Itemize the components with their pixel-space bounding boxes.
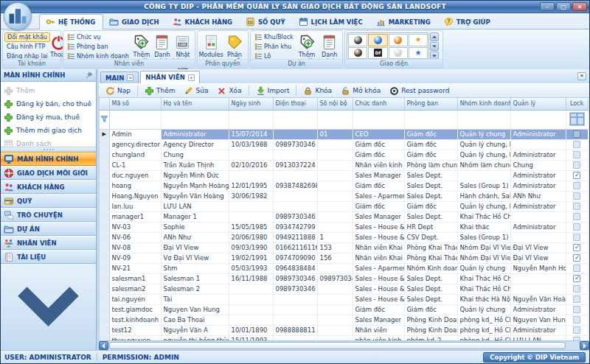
lock-checkbox[interactable] — [573, 244, 580, 251]
cell[interactable]: nhân viên kinh ... — [353, 335, 404, 340]
cell[interactable]: 30/06/1982 — [229, 191, 273, 201]
cell[interactable]: hoang — [109, 181, 161, 191]
cell[interactable]: Quản lý chung — [457, 304, 510, 315]
lock-checkbox[interactable] — [573, 316, 580, 323]
cell[interactable]: 0989730346 — [273, 284, 317, 294]
cell[interactable]: Trần Xuân Thịnh — [161, 160, 229, 170]
cell[interactable]: Sales Manager — [353, 315, 404, 325]
cell[interactable]: Nhóm Kinh doanh — [404, 263, 457, 273]
cell[interactable]: test.giamdoc — [109, 304, 161, 315]
cell[interactable]: tai.nguyen — [109, 294, 161, 304]
column-header-6[interactable]: Phòng ban — [404, 98, 457, 110]
theme-blue-swatch[interactable] — [368, 34, 387, 46]
cell[interactable] — [273, 150, 317, 160]
ribbon-tab-marketing[interactable]: MARKETING — [370, 15, 438, 29]
cell[interactable] — [273, 201, 317, 211]
modules-button[interactable]: Modules — [199, 32, 223, 59]
lock-checkbox[interactable] — [573, 151, 580, 158]
cell[interactable]: Sales Dept. — [404, 170, 457, 181]
cell[interactable]: Đại Vĩ View — [161, 242, 229, 253]
lock-checkbox[interactable] — [573, 306, 580, 313]
cell[interactable] — [317, 170, 353, 181]
cell[interactable] — [317, 325, 353, 335]
cell[interactable] — [510, 273, 566, 284]
cell[interactable] — [317, 304, 353, 315]
theme-orange-swatch[interactable] — [389, 34, 408, 46]
table-row[interactable]: chunglandChungGiám đốcGiám đốcQuản lý ch… — [100, 150, 588, 160]
cell[interactable]: 0974709090 — [273, 253, 317, 263]
cell[interactable]: Sales - Aparment — [353, 263, 404, 273]
cell[interactable]: chungland — [109, 150, 161, 160]
cell[interactable] — [317, 284, 353, 294]
cell[interactable]: Sales Dept. — [404, 273, 457, 284]
cell[interactable]: Sales Dept. — [404, 191, 457, 201]
document-close-button[interactable]: ✕ — [577, 72, 586, 80]
cell[interactable]: Administrator — [510, 222, 566, 232]
cell[interactable]: Nguyen Van Hung — [161, 304, 229, 315]
column-header-5[interactable]: Chức danh — [353, 98, 404, 110]
table-row[interactable]: thuy.nguyennguyễn thị hồng thủy15/11/199… — [100, 335, 588, 340]
lock-checkbox[interactable] — [573, 254, 580, 262]
cell[interactable] — [510, 284, 566, 294]
pin-icon[interactable] — [86, 71, 93, 79]
cau-hinh-ftp-button[interactable]: Cấu hình FTP — [4, 42, 50, 52]
cell[interactable]: Administrator — [161, 129, 229, 139]
cell[interactable]: Chung — [510, 160, 566, 170]
cell[interactable]: HR Dept — [404, 222, 457, 232]
cell[interactable]: 16/11/1988 — [229, 273, 273, 284]
cell[interactable]: phòng kd_ Hồ Chí... — [457, 315, 510, 325]
cell[interactable]: Giám đốc — [404, 150, 457, 160]
cell[interactable]: Nguyễn Văn A — [161, 325, 229, 335]
cell[interactable] — [229, 294, 273, 304]
table-row[interactable]: NV-03Sophie15/05/19850934742799Sales - H… — [100, 222, 588, 232]
table-row[interactable]: Hoang.NguyenNguyễn Văn Hoàng30/06/1982Sa… — [100, 191, 588, 201]
cell[interactable]: Khai thác — [457, 222, 510, 232]
theme-brown-swatch[interactable] — [348, 47, 367, 60]
cell[interactable]: Phòng Kinh Doanh — [404, 325, 457, 335]
ribbon-tab-khach-hang[interactable]: KHÁCH HÀNG — [167, 15, 240, 29]
nav-button-tro-chuyen[interactable]: TRÒ CHUYỆN — [1, 208, 96, 222]
sua-button[interactable]: Sửa — [180, 85, 212, 97]
cell[interactable] — [229, 201, 273, 211]
khoa-button[interactable]: Khóa — [299, 85, 336, 97]
theme-df-swatch[interactable]: Df — [368, 47, 387, 60]
table-row[interactable]: test12Nguyễn Văn A10/01/18900988888811Nh… — [100, 325, 588, 335]
column-header-2[interactable]: Ngày sinh — [229, 98, 273, 110]
sidebar-item-dang-ky-ban-cho-thue[interactable]: Đăng ký bán, cho thuê — [1, 97, 96, 111]
cell[interactable]: LƯU LAN — [161, 201, 229, 211]
cell[interactable]: Nhân viên Khai ... — [353, 253, 404, 263]
cell[interactable]: Nhóm làm chung, ... — [457, 160, 510, 170]
cell[interactable]: 09387482698 — [273, 181, 317, 191]
cell[interactable]: Khai Thác Hồ Chí ... — [457, 273, 510, 284]
cell[interactable]: Nguyễn Mạnh Hoàng — [161, 181, 229, 191]
cell[interactable]: 19/02/1991 — [229, 253, 273, 263]
cell[interactable]: Admin — [109, 129, 161, 139]
cell[interactable]: Quản lý chung, H... — [457, 139, 510, 150]
cell[interactable]: Nhân viên — [353, 325, 404, 335]
cell[interactable]: Giám đốc — [353, 150, 404, 160]
cell[interactable]: CEO — [353, 129, 404, 139]
ribbon-tab-lich-lam-viec[interactable]: LỊCH LÀM VIỆC — [293, 15, 370, 29]
column-header-3[interactable]: Điện thoại — [273, 98, 317, 110]
cell[interactable]: Salesman 2 — [161, 284, 229, 294]
column-header-7[interactable]: Nhóm kinh doanh — [457, 98, 510, 110]
cell[interactable]: 0989730346 — [273, 273, 317, 284]
cell[interactable]: ANh Như — [161, 232, 229, 242]
cell[interactable]: Nguyễn Văn Hoàng — [161, 191, 229, 201]
cell[interactable]: thuy.nguyen — [109, 335, 161, 340]
cell[interactable] — [317, 222, 353, 232]
cell[interactable]: Giám đốc — [404, 129, 457, 139]
cell[interactable]: CL-1 — [109, 160, 161, 170]
theme-black-swatch[interactable] — [348, 34, 367, 46]
table-row[interactable]: salesman1Salesman 116/11/198809897303460… — [100, 273, 588, 284]
cell[interactable] — [317, 139, 353, 150]
nav-button-du-an[interactable]: DỰ ÁN — [1, 222, 96, 236]
lock-checkbox[interactable] — [573, 234, 580, 241]
cell[interactable]: Giám đốc — [404, 139, 457, 150]
cell[interactable]: NV-03 — [109, 222, 161, 232]
cell[interactable]: 01 — [317, 129, 353, 139]
nap-button[interactable]: Nạp — [102, 85, 134, 97]
filter-cell-0[interactable] — [109, 110, 161, 129]
nav-button-khach-hang[interactable]: KHÁCH HÀNG — [1, 180, 96, 194]
cell[interactable]: Shm — [161, 263, 229, 273]
